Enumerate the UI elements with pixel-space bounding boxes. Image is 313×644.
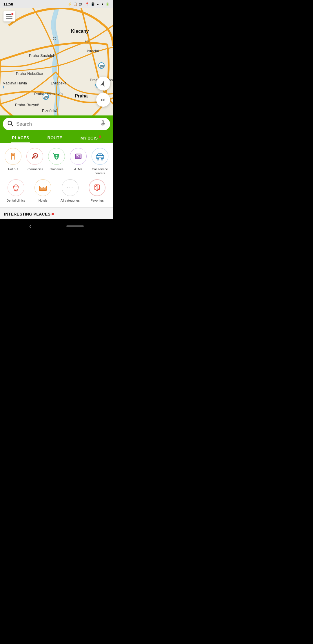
hotels-label: Hotels — [39, 198, 48, 202]
status-icons: ⚡ 📋 @ 📍 📳 ▲ ▲ 🔋 — [68, 2, 110, 6]
svg-line-40 — [11, 124, 13, 126]
favorites-circle — [89, 179, 105, 196]
search-icon — [7, 120, 13, 128]
flash-icon: ⚡ — [68, 2, 72, 6]
svg-text:Praha-Suchdol: Praha-Suchdol — [29, 53, 54, 58]
eat-out-label: Eat out — [8, 167, 18, 171]
categories-grid-row1: Eat out Pharmacies — [0, 143, 113, 178]
search-input[interactable] — [16, 121, 97, 127]
svg-rect-66 — [43, 187, 46, 188]
categories-grid-row2: Dental clinics Hotels ··· All categories — [0, 178, 113, 207]
interesting-places-section: INTERESTING PLACES — [0, 207, 113, 219]
svg-point-50 — [32, 158, 33, 159]
notification-dot — [11, 13, 14, 15]
category-dental[interactable]: Dental clinics — [3, 179, 29, 202]
all-categories-circle: ··· — [62, 179, 79, 196]
svg-text:🚌: 🚌 — [44, 95, 48, 99]
search-bar-wrapper — [0, 115, 113, 133]
dental-label: Dental clinics — [6, 198, 25, 202]
spacer: 📍 — [85, 2, 89, 6]
back-button[interactable]: ‹ — [29, 222, 31, 230]
svg-rect-65 — [41, 187, 43, 188]
svg-text:Evropská: Evropská — [51, 81, 67, 85]
groceries-label: Groceries — [50, 167, 63, 171]
search-bar[interactable] — [3, 118, 110, 130]
eat-out-circle — [5, 148, 21, 165]
svg-text:Václava Havla: Václava Havla — [3, 81, 27, 85]
interesting-places-title: INTERESTING PLACES — [4, 212, 109, 216]
bottom-panel: PLACES ROUTE MY 2GIS Eat out — [0, 115, 113, 219]
tab-my2gis[interactable]: MY 2GIS — [75, 133, 106, 143]
map-container[interactable]: Klecany Praha-Suchdol Ústecká Praha-Čako… — [0, 8, 113, 115]
route-button[interactable]: ∞ — [96, 93, 110, 107]
svg-text:Praha-Nebušice: Praha-Nebušice — [16, 71, 43, 76]
wifi-icon: ▲ — [96, 2, 99, 6]
menu-button[interactable] — [3, 11, 15, 21]
microphone-icon[interactable] — [100, 120, 106, 128]
interesting-places-dot — [52, 213, 54, 215]
vibrate-icon: 📳 — [91, 2, 95, 6]
dental-circle — [8, 179, 24, 196]
status-time: 11:58 — [3, 2, 13, 6]
battery-icon: 🔋 — [105, 2, 110, 6]
pharmacies-circle — [26, 148, 43, 165]
svg-text:✈: ✈ — [1, 85, 5, 90]
svg-text:Praha-Ruzyně: Praha-Ruzyně — [15, 103, 39, 107]
category-groceries[interactable]: Groceries — [46, 148, 67, 176]
svg-text:Ústecká: Ústecká — [85, 49, 99, 53]
category-eat-out[interactable]: Eat out — [3, 148, 23, 176]
tabs-row: PLACES ROUTE MY 2GIS — [0, 133, 113, 143]
at-icon: @ — [79, 2, 82, 6]
category-car-service[interactable]: Car service centers — [90, 148, 110, 176]
bottom-nav: ‹ — [0, 219, 113, 233]
pharmacies-label: Pharmacies — [26, 167, 43, 171]
tab-notification-dot — [99, 135, 101, 138]
all-categories-label: All categories — [61, 198, 80, 202]
groceries-circle — [48, 148, 65, 165]
svg-rect-55 — [76, 155, 78, 156]
clipboard-icon: 📋 — [73, 2, 77, 6]
status-bar: 11:58 ⚡ 📋 @ 📍 📳 ▲ ▲ 🔋 — [0, 0, 113, 8]
svg-text:Praha: Praha — [75, 93, 88, 98]
svg-text:🚌: 🚌 — [100, 64, 104, 68]
tab-route[interactable]: ROUTE — [42, 133, 68, 143]
atms-label: ATMs — [74, 167, 82, 171]
category-hotels[interactable]: Hotels — [30, 179, 56, 202]
category-all[interactable]: ··· All categories — [57, 179, 83, 202]
car-service-label: Car service centers — [90, 167, 110, 176]
car-service-circle — [92, 148, 108, 165]
atms-circle — [70, 148, 87, 165]
map-fab-group: ∞ — [96, 77, 110, 107]
category-favorites[interactable]: Favorites — [84, 179, 110, 202]
category-pharmacies[interactable]: Pharmacies — [25, 148, 45, 176]
svg-rect-41 — [102, 121, 104, 124]
ellipsis-icon: ··· — [67, 184, 74, 191]
signal-icon: ▲ — [101, 2, 104, 6]
favorites-label: Favorites — [91, 198, 104, 202]
location-button[interactable] — [96, 77, 110, 91]
tab-places[interactable]: PLACES — [7, 133, 34, 143]
svg-text:Klecany: Klecany — [71, 29, 89, 34]
hotels-circle — [34, 179, 51, 196]
svg-text:Plzeňská: Plzeňská — [42, 108, 58, 113]
home-indicator[interactable] — [66, 225, 84, 227]
hamburger-icon — [6, 14, 12, 19]
svg-rect-63 — [99, 154, 101, 155]
category-atms[interactable]: ATMs — [68, 148, 88, 176]
